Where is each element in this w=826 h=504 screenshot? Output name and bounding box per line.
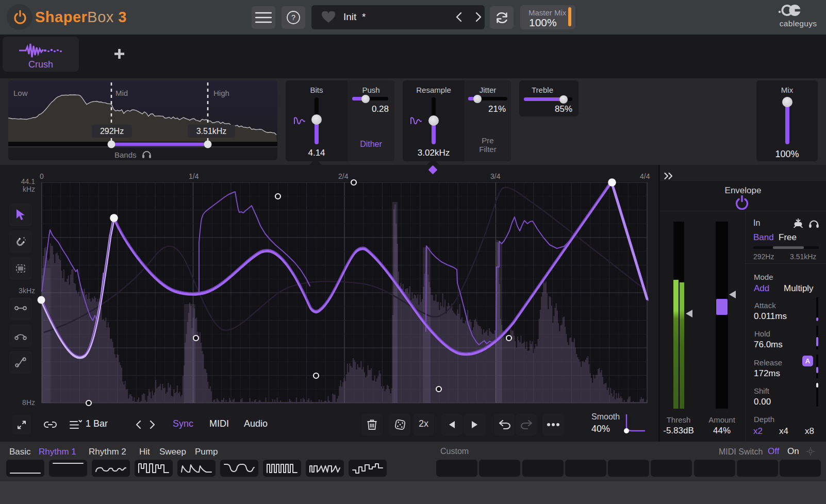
- svg-text:?: ?: [291, 13, 295, 22]
